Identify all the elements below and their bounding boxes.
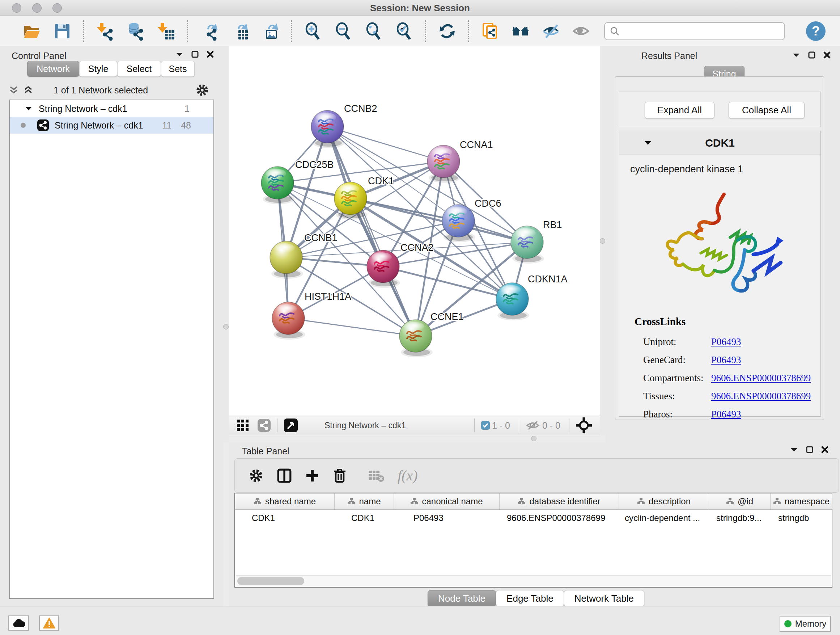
node-CDC25B[interactable] — [261, 166, 294, 204]
node-CCNE1[interactable] — [399, 320, 433, 357]
crosslink-link[interactable]: P06493 — [711, 336, 741, 347]
network-tree: String Network – cdk1 1 String Network –… — [9, 100, 214, 599]
right-splitter-handle[interactable] — [600, 238, 605, 244]
column-header-name[interactable]: name — [335, 494, 394, 509]
tab-edge-table[interactable]: Edge Table — [496, 590, 564, 607]
network-collection-row[interactable]: String Network – cdk1 1 — [10, 100, 213, 117]
first-neighbors-icon[interactable] — [510, 21, 531, 42]
memory-button[interactable]: Memory — [780, 616, 831, 632]
network-canvas[interactable]: CCNB2CCNA1CDC25BCDK1CDC6RB1CCNB1CCNA2CDK… — [229, 46, 600, 416]
import-network-icon[interactable] — [95, 21, 116, 42]
node-CCNA1[interactable] — [427, 145, 461, 183]
float-panel-icon[interactable] — [806, 446, 813, 453]
collapse-panel-icon[interactable] — [790, 447, 798, 452]
collapse-panel-icon[interactable] — [175, 52, 183, 57]
float-panel-icon[interactable] — [808, 51, 815, 59]
column-header-canonical-name[interactable]: canonical name — [394, 494, 500, 509]
table-cell[interactable]: 9606.ENSP00000378699 — [500, 510, 619, 526]
export-network-icon[interactable] — [199, 21, 219, 42]
left-splitter[interactable] — [223, 46, 229, 442]
node-CCNA2[interactable] — [367, 250, 400, 288]
delete-column-trash-icon[interactable] — [332, 468, 347, 484]
column-header-namespace[interactable]: namespace — [771, 494, 832, 509]
right-splitter[interactable] — [600, 46, 605, 442]
node-CCNB1[interactable] — [270, 241, 303, 279]
warning-button[interactable] — [39, 616, 59, 631]
fit-selected-crosshair-icon[interactable] — [576, 417, 592, 433]
import-table-icon[interactable] — [156, 21, 177, 42]
close-panel-icon[interactable] — [821, 446, 829, 453]
cloud-button[interactable] — [8, 616, 29, 631]
table-cell[interactable]: stringdb:9... — [709, 510, 771, 526]
node-CDKN1A[interactable] — [496, 283, 529, 320]
close-panel-icon[interactable] — [823, 51, 831, 59]
collapse-all-button[interactable]: Collapse All — [729, 102, 805, 119]
help-button[interactable]: ? — [806, 21, 826, 41]
crosslink-link[interactable]: 9606.ENSP00000378699 — [711, 372, 811, 383]
tab-sets[interactable]: Sets — [161, 61, 195, 77]
table-horizontal-scrollbar[interactable] — [236, 575, 831, 586]
tab-node-table[interactable]: Node Table — [428, 590, 496, 607]
zoom-selected-icon[interactable] — [393, 21, 415, 42]
apply-layout-icon[interactable] — [437, 21, 458, 42]
detach-view-icon[interactable] — [284, 418, 298, 432]
save-session-icon[interactable] — [52, 21, 73, 42]
column-header-@id[interactable]: @id — [709, 494, 771, 509]
table-cell[interactable]: CDK1 — [335, 510, 394, 526]
scrollbar-thumb[interactable] — [237, 577, 304, 585]
node-CCNB2[interactable] — [311, 111, 344, 148]
section-expander-icon[interactable] — [644, 140, 652, 146]
expand-all-button[interactable]: Expand All — [645, 102, 714, 119]
tab-network[interactable]: Network — [27, 61, 79, 77]
table-settings-gear-icon[interactable] — [248, 468, 264, 483]
crosslink-link[interactable]: P06493 — [711, 355, 741, 365]
crosslink-link[interactable]: P06493 — [711, 409, 741, 420]
export-table-icon[interactable] — [229, 21, 250, 42]
horizontal-splitter-handle[interactable] — [531, 436, 537, 441]
edge-CCNE1-HIST1H1A[interactable] — [288, 318, 416, 336]
zoom-fit-icon[interactable] — [363, 21, 384, 42]
open-session-icon[interactable] — [21, 21, 42, 42]
node-table[interactable]: shared namenamecanonical namedatabase id… — [234, 493, 832, 587]
search-box[interactable] — [604, 22, 785, 40]
network-options-gear-icon[interactable] — [195, 83, 209, 97]
grid-view-icon[interactable] — [237, 419, 249, 432]
table-cell[interactable]: stringdb — [771, 510, 832, 526]
zoom-out-icon[interactable] — [333, 21, 354, 42]
tab-style[interactable]: Style — [79, 61, 117, 77]
close-panel-icon[interactable] — [207, 51, 214, 58]
column-header-shared-name[interactable]: shared name — [235, 494, 335, 509]
table-cell[interactable]: CDK1 — [235, 510, 335, 526]
table-row[interactable]: CDK1CDK1P064939606.ENSP00000378699cyclin… — [235, 510, 832, 526]
node-HIST1H1A[interactable] — [272, 302, 305, 340]
column-header-database-identifier[interactable]: database identifier — [500, 494, 619, 509]
left-splitter-handle[interactable] — [223, 324, 229, 329]
column-header-description[interactable]: description — [619, 494, 709, 509]
node-CDC6[interactable] — [442, 204, 475, 242]
table-cell[interactable]: cyclin-dependent ... — [619, 510, 709, 526]
tree-expander-icon[interactable] — [25, 106, 32, 111]
tab-select[interactable]: Select — [117, 61, 161, 77]
single-view-share-icon[interactable] — [257, 419, 271, 432]
create-column-plus-icon[interactable] — [305, 469, 319, 483]
table-cell[interactable]: P06493 — [394, 510, 500, 526]
edge-CCNB2-CCNA1[interactable] — [327, 127, 444, 162]
node-CDK1[interactable] — [334, 182, 368, 220]
export-image-icon[interactable] — [259, 21, 280, 42]
tab-network-table[interactable]: Network Table — [564, 590, 644, 607]
node-RB1[interactable] — [511, 226, 544, 264]
float-panel-icon[interactable] — [191, 51, 199, 58]
network-row-selected[interactable]: String Network – cdk1 11 48 — [10, 117, 213, 134]
clone-network-icon[interactable] — [480, 21, 501, 42]
import-network-database-icon[interactable] — [125, 21, 146, 42]
show-hidden-icon[interactable] — [571, 21, 592, 42]
selected-nodes-checkbox-icon[interactable] — [481, 421, 490, 430]
crosslink-link[interactable]: 9606.ENSP00000378699 — [711, 391, 811, 402]
search-input[interactable] — [623, 25, 779, 36]
network-graph[interactable]: CCNB2CCNA1CDC25BCDK1CDC6RB1CCNB1CCNA2CDK… — [229, 46, 600, 416]
collapse-panel-icon[interactable] — [792, 52, 800, 57]
show-columns-icon[interactable] — [277, 468, 292, 483]
zoom-in-icon[interactable] — [302, 21, 324, 42]
protein-section-header[interactable]: CDK1 — [619, 131, 821, 155]
hide-selected-icon[interactable] — [540, 21, 561, 42]
